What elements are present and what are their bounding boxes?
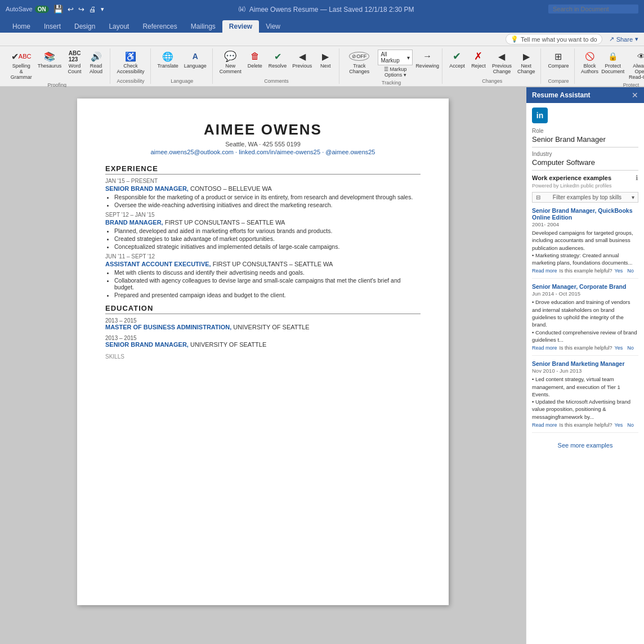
- block-authors-button[interactable]: 🚫 BlockAuthors: [579, 48, 600, 75]
- exp-bullet-3-0: Met with clients to discuss and identify…: [114, 269, 421, 276]
- tab-references[interactable]: References: [136, 20, 184, 33]
- next-change-label: NextChange: [517, 63, 535, 74]
- compare-buttons: ⊞ Compare: [545, 48, 571, 77]
- ra-example-2-read-more[interactable]: Read more: [532, 345, 557, 351]
- edu-date-2: 2013 – 2015: [105, 335, 421, 341]
- ra-close-button[interactable]: ✕: [632, 91, 638, 100]
- tab-home[interactable]: Home: [6, 20, 37, 33]
- ra-example-1: Senior Brand Manager, QuickBooks Online …: [532, 207, 638, 279]
- accept-button[interactable]: ✔ Accept: [447, 48, 467, 70]
- check-accessibility-button[interactable]: ♿ CheckAccessibility: [115, 48, 147, 75]
- filter-bar[interactable]: ⊟ Filter examples by top skills ▾: [532, 192, 638, 203]
- role-value[interactable]: Senior Brand Manager: [532, 135, 638, 147]
- ra-example-2: Senior Manager, Corporate Brand Jun 2014…: [532, 283, 638, 356]
- document-area[interactable]: AIMEE OWENS Seattle, WA · 425 555 0199 a…: [0, 87, 526, 644]
- reject-button[interactable]: ✗ Reject: [468, 48, 489, 70]
- ra-example-2-yes[interactable]: Yes: [615, 345, 623, 351]
- track-changes-icon: ⊘OFF: [352, 50, 366, 63]
- exp-bullets-3: Met with clients to discuss and identify…: [114, 269, 421, 298]
- edu-degree-rest-1: UNIVERSITY OF SEATTLE: [233, 324, 309, 330]
- role-label: Role: [532, 128, 638, 134]
- all-markup-button[interactable]: All Markup ▾ ☰ Markup Options ▾: [375, 48, 415, 79]
- ra-example-2-no[interactable]: No: [627, 345, 634, 351]
- autosave-toggle[interactable]: ON: [35, 6, 49, 13]
- previous-comment-button[interactable]: ◀ Previous: [290, 48, 314, 70]
- resume-page: AIMEE OWENS Seattle, WA · 425 555 0199 a…: [77, 99, 449, 605]
- title-bar-left: AutoSave ON 💾 ↩ ↪ 🖨 ▾: [6, 5, 104, 14]
- new-comment-button[interactable]: 💬 NewComment: [217, 48, 244, 75]
- comments-group-label: Comments: [264, 78, 289, 84]
- delete-comment-button[interactable]: 🗑 Delete: [245, 48, 265, 70]
- markup-dropdown[interactable]: All Markup ▾: [378, 50, 413, 65]
- exp-bullet-1-1: Oversee the wide-reaching advertising in…: [114, 202, 421, 208]
- language-buttons: 🌐 Translate A Language: [155, 48, 209, 77]
- ra-example-1-read-more[interactable]: Read more: [532, 268, 557, 274]
- filter-icon: ⊟: [536, 194, 540, 200]
- document-title: Aimee Owens Resume: [249, 6, 319, 14]
- word-count-button[interactable]: ABC123 WordCount: [65, 48, 85, 75]
- ra-example-3-footer: Read more Is this example helpful? Yes N…: [532, 422, 638, 428]
- edu-degree-1: MASTER OF BUSINESS ADMINISTRATION, UNIVE…: [105, 324, 421, 330]
- industry-value[interactable]: Computer Software: [532, 158, 638, 171]
- tab-layout[interactable]: Layout: [102, 20, 136, 33]
- tab-review[interactable]: Review: [222, 20, 259, 33]
- ra-example-3-helpful: Is this example helpful?: [560, 422, 612, 428]
- tell-me-label: Tell me what you want to do: [521, 36, 597, 43]
- ribbon-tabs: Home Insert Design Layout References Mai…: [0, 18, 644, 33]
- new-comment-icon: 💬: [223, 50, 237, 63]
- exp-bullet-2-1: Created strategies to take advantage of …: [114, 235, 421, 242]
- protect-document-button[interactable]: 🔒 ProtectDocument: [601, 48, 625, 75]
- delete-comment-label: Delete: [248, 63, 262, 69]
- search-input[interactable]: [548, 5, 638, 14]
- next-comment-icon: ▶: [319, 50, 332, 63]
- ra-example-1-no[interactable]: No: [627, 268, 634, 274]
- tab-mailings[interactable]: Mailings: [184, 20, 222, 33]
- compare-button[interactable]: ⊞ Compare: [545, 48, 571, 70]
- redo-icon[interactable]: ↪: [78, 5, 84, 14]
- undo-icon[interactable]: ↩: [68, 5, 74, 14]
- tab-insert[interactable]: Insert: [37, 20, 68, 33]
- tab-design[interactable]: Design: [68, 20, 102, 33]
- protect-icon: 🔒: [606, 50, 620, 63]
- save-icon[interactable]: 💾: [53, 5, 63, 14]
- resolve-button[interactable]: ✔ Resolve: [266, 48, 289, 70]
- thesaurus-button[interactable]: 📚 Thesaurus: [35, 48, 63, 70]
- ra-example-3-yes[interactable]: Yes: [615, 422, 623, 428]
- spelling-grammar-button[interactable]: ✔ABC Spelling &Grammar: [8, 48, 34, 81]
- exp-bullet-1-0: Responsible for the marketing of a produ…: [114, 194, 421, 200]
- next-comment-button[interactable]: ▶ Next: [315, 48, 336, 70]
- exp-date-3: JUN '11 – SEPT '12: [105, 253, 421, 260]
- ra-example-1-title: Senior Brand Manager, QuickBooks Online …: [532, 207, 638, 221]
- see-more-button[interactable]: See more examples: [532, 437, 638, 453]
- exp-title-rest-3: FIRST UP CONSULTANTS – SEATTLE WA: [213, 261, 333, 267]
- track-changes-label: Track Changes: [346, 63, 372, 74]
- translate-button[interactable]: 🌐 Translate: [155, 48, 181, 70]
- share-button[interactable]: ↗ Share ▾: [609, 35, 638, 43]
- changes-group-label: Changes: [482, 78, 502, 84]
- markup-options-button[interactable]: ☰ Markup Options ▾: [378, 66, 413, 78]
- accept-label: Accept: [449, 63, 465, 69]
- language-button[interactable]: A Language: [182, 48, 209, 70]
- print-icon[interactable]: 🖨: [89, 5, 96, 14]
- experience-section-title: EXPERIENCE: [105, 164, 421, 175]
- ra-example-1-yes[interactable]: Yes: [615, 268, 623, 274]
- spelling-icon: ✔ABC: [15, 50, 28, 63]
- edu-entry-1: 2013 – 2015 MASTER OF BUSINESS ADMINISTR…: [105, 317, 421, 330]
- ra-example-3-read-more[interactable]: Read more: [532, 422, 557, 428]
- ra-example-2-date: Jun 2014 - Oct 2015: [532, 290, 638, 297]
- next-change-button[interactable]: ▶ NextChange: [515, 48, 538, 75]
- read-aloud-button[interactable]: 🔊 ReadAloud: [86, 48, 106, 75]
- tab-view[interactable]: View: [259, 20, 287, 33]
- reject-label: Reject: [471, 63, 486, 69]
- always-open-button[interactable]: 👁 Always OpenRead-Only: [626, 48, 644, 81]
- ra-example-3-no[interactable]: No: [627, 422, 634, 428]
- word-count-icon: ABC123: [68, 50, 82, 63]
- previous-change-button[interactable]: ◀ PreviousChange: [490, 48, 514, 75]
- ribbon-group-tracking: ⊘OFF Track Changes All Markup ▾ ☰ Markup…: [341, 48, 442, 84]
- ribbon-group-compare: ⊞ Compare Compare: [542, 48, 575, 84]
- tell-me-input[interactable]: 💡 Tell me what you want to do: [506, 34, 602, 44]
- spelling-label: Spelling &Grammar: [10, 63, 32, 80]
- reviewing-button[interactable]: → Reviewing: [416, 48, 439, 70]
- track-changes-button[interactable]: ⊘OFF Track Changes: [344, 48, 374, 75]
- title-bar: AutoSave ON 💾 ↩ ↪ 🖨 ▾ 🄦 Aimee Owens Resu…: [0, 0, 644, 18]
